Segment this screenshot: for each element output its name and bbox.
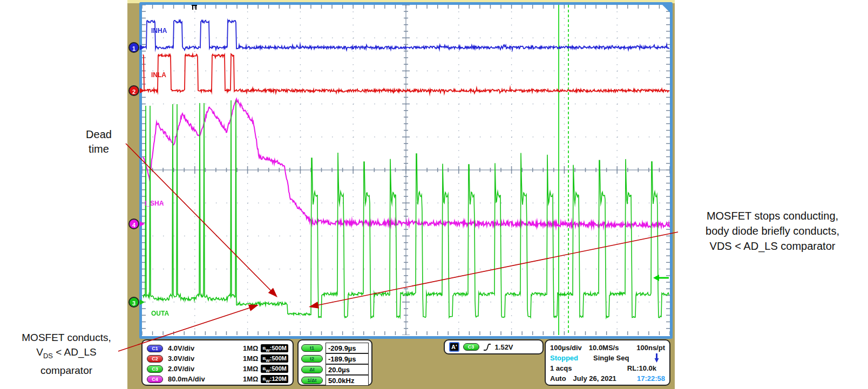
channel-badge-c3: C3 <box>147 365 163 373</box>
waveform-canvas <box>142 5 670 335</box>
cursor-value-dt: 20.0µs <box>326 364 369 375</box>
timebase-row-2: Stopped Single Seq <box>550 353 665 363</box>
trigger-slot-badge: A' <box>449 342 459 352</box>
cursor-row-freq: 1/Δt 50.0kHz <box>301 374 369 386</box>
channel-badge-c4: C4 <box>147 376 163 383</box>
temperature-icon <box>654 353 660 363</box>
timebase-panel: 100µs/div 10.0MS/s 100ns/pt Stopped Sing… <box>545 339 670 386</box>
trace-label-INHA: INHA <box>151 27 167 35</box>
channel-settings-panel: C1 4.0V/div 1MΩ BW:500M C2 3.0V/div 1MΩ … <box>141 339 294 386</box>
bandwidth-badge-c2: BW:500M <box>261 354 288 363</box>
cursor-value-freq: 50.0kHz <box>326 375 369 386</box>
channel-scale-c1: 4.0V/div <box>168 344 243 352</box>
channel-row-c1: C1 4.0V/div 1MΩ BW:500M <box>147 343 288 353</box>
trigger-level: 1.52V <box>495 343 513 351</box>
channel-marker-2: 2 <box>128 85 139 96</box>
timebase-row-4: Auto July 26, 2021 17:22:58 <box>550 373 665 384</box>
trigger-mode: Auto <box>550 374 566 383</box>
figure-oscilloscope-capture: 1243INHAINLAI_SHAOUTA C1 4.0V/div 1MΩ BW… <box>0 0 868 389</box>
trigger-panel: A' C3 1.52V <box>444 339 544 354</box>
trigger-source-badge: C3 <box>463 343 479 351</box>
cursor-badge-freq: 1/Δt <box>301 377 323 384</box>
channel-row-c4: C4 80.0mA/div 1MΩ BW:120M <box>147 374 288 384</box>
annotation-mosfet-conducts-line3: comparator <box>0 363 133 378</box>
acquisition-date: July 26, 2021 <box>573 374 616 383</box>
cursor-badge-t1: t1 <box>301 344 323 352</box>
channel-scale-c2: 3.0V/div <box>168 354 243 363</box>
timebase-scale: 100µs/div <box>550 344 582 352</box>
cursor-row-t1: t1 -209.9µs <box>301 342 369 353</box>
bandwidth-badge-c4: BW:120M <box>261 375 288 383</box>
channel-scale-c3: 2.0V/div <box>168 365 243 373</box>
channel-marker-arrow-1 <box>140 45 145 50</box>
channel-marker-1: 1 <box>128 42 139 53</box>
channel-impedance-c4: 1MΩ <box>243 375 258 383</box>
annotation-mosfet-conducts-line1: MOSFET conducts, <box>0 330 133 345</box>
annotation-mosfet-conducts-line2: VDS < AD_LS <box>0 345 133 363</box>
annotation-mosfet-stops: MOSFET stops conducting, body diode brie… <box>678 208 867 254</box>
annotation-mosfet-stops-line1: MOSFET stops conducting, <box>678 208 867 223</box>
annotation-dead-time-line1: Dead <box>69 127 128 142</box>
channel-badge-c2: C2 <box>147 355 163 363</box>
cursor-badge-t2: t2 <box>301 355 323 363</box>
channel-impedance-c3: 1MΩ <box>243 365 258 373</box>
annotation-dead-time: Dead time <box>69 127 128 156</box>
channel-marker-arrow-2 <box>140 88 145 93</box>
annotation-dead-time-line2: time <box>69 142 128 156</box>
annotation-mosfet-stops-line2: body diode briefly conducts, <box>678 223 867 238</box>
sample-resolution: 100ns/pt <box>636 344 665 352</box>
trace-label-OUTA: OUTA <box>151 310 169 317</box>
bandwidth-badge-c3: BW:500M <box>261 365 288 373</box>
channel-row-c3: C3 2.0V/div 1MΩ BW:500M <box>147 364 288 374</box>
annotation-mosfet-conducts: MOSFET conducts, VDS < AD_LS comparator <box>0 330 133 378</box>
cursor-value-t2: -189.9µs <box>326 353 369 364</box>
channel-impedance-c2: 1MΩ <box>243 354 258 363</box>
trace-label-INLA: INLA <box>151 71 166 79</box>
channel-impedance-c1: 1MΩ <box>243 344 258 352</box>
channel-marker-arrow-4 <box>140 221 145 227</box>
timebase-row-1: 100µs/div 10.0MS/s 100ns/pt <box>550 343 665 353</box>
acquisition-time: 17:22:58 <box>637 374 665 383</box>
cursor-row-t2: t2 -189.9µs <box>301 353 369 364</box>
cursor-row-dt: Δt 20.0µs <box>301 364 369 375</box>
rising-edge-icon <box>483 343 491 352</box>
cursor-readout-panel: t1 -209.9µs t2 -189.9µs Δt 20.0µs 1/Δt 5… <box>297 339 372 386</box>
annotation-mosfet-stops-line3: VDS < AD_LS comparator <box>678 238 867 254</box>
acquisition-mode: Single Seq <box>593 354 629 362</box>
cursor-badge-dt: Δt <box>301 366 323 373</box>
timebase-row-3: 1 acqs RL:10.0k <box>550 363 665 373</box>
cursor-value-t1: -209.9µs <box>326 343 369 353</box>
channel-marker-4: 4 <box>128 219 139 229</box>
acquisition-state: Stopped <box>550 354 578 362</box>
channel-marker-arrow-3 <box>140 299 145 305</box>
channel-scale-c4: 80.0mA/div <box>168 375 243 383</box>
bandwidth-badge-c1: BW:500M <box>261 344 288 352</box>
acquisition-count: 1 acqs <box>550 364 572 372</box>
record-length: RL:10.0k <box>627 364 656 372</box>
sample-rate: 10.0MS/s <box>589 344 619 352</box>
channel-badge-c1: C1 <box>147 345 163 352</box>
channel-row-c2: C2 3.0V/div 1MΩ BW:500M <box>147 353 288 364</box>
channel-marker-3: 3 <box>128 297 139 308</box>
trace-label-I_SHA: I_SHA <box>145 200 164 207</box>
